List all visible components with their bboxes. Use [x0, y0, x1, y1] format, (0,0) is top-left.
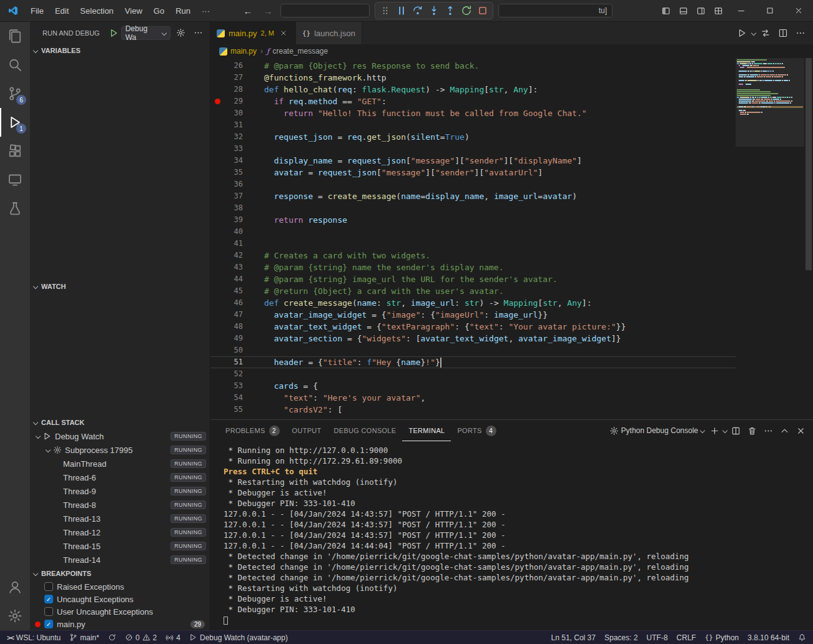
status-branch[interactable]: main* — [65, 631, 104, 644]
panel-tab-ports[interactable]: PORTS 4 — [451, 420, 502, 441]
status-problems[interactable]: 0 2 — [121, 631, 161, 644]
restart-button[interactable] — [459, 3, 474, 18]
call-stack-row[interactable]: Thread-9 RUNNING — [30, 484, 210, 498]
code-line-38[interactable]: 38 — [210, 202, 736, 214]
kill-terminal-icon[interactable] — [744, 423, 759, 438]
breadcrumb-item[interactable]: main.py — [219, 47, 257, 56]
code-line-27[interactable]: 27 @functions_framework.http — [210, 72, 736, 84]
status-sync[interactable] — [104, 631, 121, 644]
close-button[interactable] — [784, 0, 813, 21]
minimap[interactable] — [736, 58, 804, 419]
toggle-panel-icon[interactable] — [674, 2, 692, 19]
menu-item-4[interactable]: Go — [148, 2, 170, 19]
editor-scrollbar[interactable] — [804, 58, 813, 419]
breakpoint-checkbox[interactable]: ✓ — [44, 620, 53, 628]
activity-source-control[interactable]: 6 — [0, 79, 30, 108]
activity-explorer[interactable] — [0, 22, 30, 51]
tab-launch-json[interactable]: {} launch.json — [296, 22, 362, 44]
code-line-36[interactable]: 36 — [210, 178, 736, 190]
gutter[interactable]: 54 — [210, 392, 254, 404]
open-changes-icon[interactable] — [758, 26, 773, 41]
breakpoint-dot-icon[interactable] — [215, 99, 220, 104]
code-line-41[interactable]: 41 — [210, 238, 736, 250]
panel-tab-output[interactable]: OUTPUT — [286, 420, 328, 441]
call-stack-section-header[interactable]: CALL STACK — [30, 416, 210, 429]
code-line-47[interactable]: 47 avatar_image_widget = {"image": {"ima… — [210, 309, 736, 321]
navigate-forward-icon[interactable]: → — [260, 6, 275, 16]
code-line-31[interactable]: 31 — [210, 119, 736, 131]
panel-tab-debug-console[interactable]: DEBUG CONSOLE — [328, 420, 403, 441]
code-line-43[interactable]: 43 # @param {string} name the sender's d… — [210, 261, 736, 273]
code-line-54[interactable]: 54 "text": "Here's your avatar", — [210, 392, 736, 404]
status-cursor-position[interactable]: Ln 51, Col 37 — [547, 631, 600, 644]
gutter[interactable]: 33 — [210, 143, 254, 155]
gutter[interactable]: 43 — [210, 261, 254, 273]
code-line-34[interactable]: 34 display_name = request_json["message"… — [210, 155, 736, 167]
step-over-button[interactable] — [410, 3, 425, 18]
split-editor-icon[interactable] — [776, 26, 791, 41]
code-line-28[interactable]: 28 def hello_chat(req: flask.Request) ->… — [210, 84, 736, 95]
breakpoints-section-header[interactable]: BREAKPOINTS — [30, 567, 210, 580]
tab-main-py[interactable]: main.py 2, M — [210, 22, 296, 44]
gutter[interactable]: 30 — [210, 107, 254, 119]
code-line-42[interactable]: 42 # Creates a card with two widgets. — [210, 250, 736, 261]
gutter[interactable]: 55 — [210, 404, 254, 416]
breakpoint-row[interactable]: Raised Exceptions — [30, 580, 210, 593]
gutter[interactable]: 40 — [210, 226, 254, 238]
gutter[interactable]: 48 — [210, 321, 254, 333]
gutter[interactable]: 45 — [210, 285, 254, 297]
gutter[interactable]: 31 — [210, 119, 254, 131]
code-line-52[interactable]: 52 — [210, 368, 736, 380]
code-line-45[interactable]: 45 # @return {Object} a card with the us… — [210, 285, 736, 297]
minimap-slider[interactable] — [736, 58, 804, 147]
window-title-box[interactable]: tu] — [498, 4, 613, 17]
gutter[interactable]: 44 — [210, 273, 254, 285]
code-line-26[interactable]: 26 # @param {Object} res Response to sen… — [210, 60, 736, 72]
status-ports[interactable]: 4 — [161, 631, 185, 644]
panel-tab-problems[interactable]: PROBLEMS 2 — [219, 420, 286, 441]
terminal-launch-chevron-icon[interactable] — [722, 428, 727, 433]
gutter[interactable]: 34 — [210, 155, 254, 167]
breakpoint-checkbox[interactable] — [44, 607, 53, 616]
status-python-version[interactable]: 3.8.10 64-bit — [743, 631, 794, 644]
close-icon[interactable] — [278, 27, 289, 39]
gutter[interactable]: 35 — [210, 167, 254, 178]
code-line-33[interactable]: 33 — [210, 143, 736, 155]
status-language[interactable]: {} Python — [701, 631, 744, 644]
menu-item-3[interactable]: View — [119, 2, 148, 19]
step-out-button[interactable] — [443, 3, 458, 18]
code-line-30[interactable]: 30 return "Hello! This function must be … — [210, 107, 736, 119]
gutter[interactable]: 41 — [210, 238, 254, 250]
gutter[interactable]: 32 — [210, 131, 254, 143]
code-line-32[interactable]: 32 request_json = req.get_json(silent=Tr… — [210, 131, 736, 143]
call-stack-row[interactable]: Thread-13 RUNNING — [30, 512, 210, 525]
status-encoding[interactable]: UTF-8 — [642, 631, 672, 644]
activity-extensions[interactable] — [0, 137, 30, 165]
code-line-49[interactable]: 49 avatar_section = {"widgets": [avatar_… — [210, 333, 736, 344]
menu-item-2[interactable]: Selection — [74, 2, 119, 19]
breakpoint-row[interactable]: User Uncaught Exceptions — [30, 605, 210, 618]
debug-config-select[interactable]: Debug Wa — [121, 26, 170, 40]
breakpoint-row[interactable]: ✓ main.py 29 — [30, 618, 210, 630]
gutter[interactable]: 51 — [210, 357, 254, 368]
call-stack-row[interactable]: Subprocess 17995 RUNNING — [30, 443, 210, 457]
pause-button[interactable] — [394, 3, 409, 18]
code-line-48[interactable]: 48 avatar_text_widget = {"textParagraph"… — [210, 321, 736, 333]
code-line-37[interactable]: 37 response = create_message(name=displa… — [210, 190, 736, 202]
breadcrumb-item[interactable]: ƒ create_message — [267, 47, 328, 56]
gutter[interactable]: 38 — [210, 202, 254, 214]
activity-settings[interactable] — [0, 602, 30, 630]
status-debug-status[interactable]: Debug Watch (avatar-app) — [185, 631, 292, 644]
status-remote[interactable]: >< WSL: Ubuntu — [2, 631, 65, 644]
variables-section-header[interactable]: VARIABLES — [30, 44, 210, 57]
gutter[interactable]: 46 — [210, 297, 254, 309]
menu-item-6[interactable]: ··· — [196, 2, 215, 19]
gutter[interactable]: 52 — [210, 368, 254, 380]
activity-accounts[interactable] — [0, 573, 30, 602]
breakpoint-row[interactable]: ✓ Uncaught Exceptions — [30, 593, 210, 605]
call-stack-row[interactable]: Thread-14 RUNNING — [30, 553, 210, 567]
terminal-prompt[interactable] — [224, 615, 813, 625]
activity-run-and-debug[interactable]: 1 — [0, 108, 30, 137]
code-line-50[interactable]: 50 — [210, 344, 736, 356]
call-stack-row[interactable]: MainThread RUNNING — [30, 457, 210, 471]
